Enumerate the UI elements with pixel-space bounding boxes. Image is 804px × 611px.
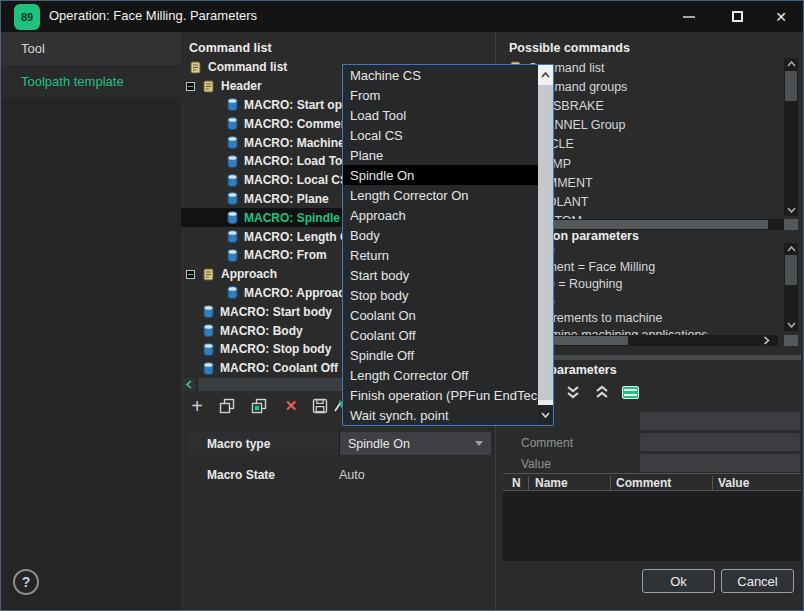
scroll-up-icon[interactable] <box>784 58 798 70</box>
comment-field[interactable] <box>640 433 800 451</box>
ok-button[interactable]: Ok <box>642 569 715 593</box>
macro-icon <box>227 286 238 299</box>
parameters-table-header: N Name Comment Value <box>503 473 801 491</box>
column-header-name[interactable]: Name <box>535 476 568 490</box>
menu-item-plane[interactable]: Plane <box>343 145 539 165</box>
value-field-label: Value <box>521 457 551 471</box>
scroll-down-icon[interactable] <box>784 319 798 331</box>
title-bar: 89 Operation: Face Milling. Parameters ✕ <box>1 1 804 32</box>
column-separator[interactable] <box>610 476 611 490</box>
collapse-icon[interactable] <box>186 270 195 279</box>
collapse-all-icon[interactable] <box>564 384 582 400</box>
tree-item-label: MACRO: From <box>244 248 327 262</box>
column-header-n[interactable]: N <box>512 476 521 490</box>
dropdown-items: Machine CS From Load Tool Local CS Plane… <box>343 65 539 425</box>
comment-field-label: Comment <box>521 436 573 450</box>
help-button[interactable]: ? <box>13 569 39 595</box>
tree-item-label: MACRO: Start body <box>220 305 332 319</box>
macro-icon <box>227 249 238 262</box>
menu-item-length-corrector-off[interactable]: Length Corrector Off <box>343 365 539 385</box>
menu-item-coolant-on[interactable]: Coolant On <box>343 305 539 325</box>
minimize-icon <box>683 16 695 18</box>
scroll-up-icon[interactable] <box>784 243 798 255</box>
cancel-button[interactable]: Cancel <box>721 569 794 593</box>
add-icon[interactable]: + <box>187 396 207 416</box>
scroll-right-icon[interactable] <box>763 335 770 346</box>
column-header-value[interactable]: Value <box>718 476 749 490</box>
parameters-table-body[interactable] <box>503 491 801 561</box>
macro-type-value: Spindle On <box>348 437 410 451</box>
menu-item-finish-operation[interactable]: Finish operation (PPFun EndTech... <box>343 385 539 405</box>
operation-parameters-scrollbar[interactable] <box>784 243 798 331</box>
maximize-button[interactable] <box>717 1 757 32</box>
menu-item-coolant-off[interactable]: Coolant Off <box>343 325 539 345</box>
menu-item-start-body[interactable]: Start body <box>343 265 539 285</box>
save-icon[interactable] <box>312 396 328 416</box>
macro-state-label: Macro State <box>187 468 339 482</box>
sidebar-item-toolpath-template[interactable]: Toolpath template <box>1 65 181 98</box>
tag-icon <box>202 268 215 281</box>
menu-item-spindle-off[interactable]: Spindle Off <box>343 345 539 365</box>
close-icon: ✕ <box>775 9 787 25</box>
scrollbar-corner <box>784 219 798 230</box>
maximize-icon <box>732 11 743 22</box>
column-separator[interactable] <box>712 476 713 490</box>
menu-item-spindle-on[interactable]: Spindle On <box>343 165 539 185</box>
column-header-comment[interactable]: Comment <box>616 476 671 490</box>
tag-icon <box>202 80 215 93</box>
menu-item-load-tool[interactable]: Load Tool <box>343 105 539 125</box>
delete-icon[interactable]: ✕ <box>281 396 301 416</box>
tree-item-label: Header <box>221 79 262 93</box>
macro-icon <box>227 230 238 243</box>
minimize-button[interactable] <box>669 1 709 32</box>
menu-item-wait-synch-point[interactable]: Wait synch. point <box>343 405 539 425</box>
macro-type-combobox[interactable]: Spindle On <box>339 432 491 455</box>
column-separator[interactable] <box>528 476 529 490</box>
tree-item-label: MACRO: Load Tool <box>244 154 353 168</box>
chevron-down-icon <box>475 441 483 446</box>
scroll-left-icon[interactable] <box>181 378 196 391</box>
collapse-icon[interactable] <box>186 82 195 91</box>
macro-icon <box>227 174 238 187</box>
tree-item-label: MACRO: Plane <box>244 192 329 206</box>
tree-item-label: MACRO: Coolant Off <box>220 361 338 375</box>
expand-all-icon[interactable] <box>593 384 611 400</box>
menu-item-length-corrector-on[interactable]: Length Corrector On <box>343 185 539 205</box>
macro-type-row: Macro type Spindle On <box>187 432 491 455</box>
scroll-down-icon[interactable] <box>784 204 798 216</box>
fit-rows-icon[interactable] <box>620 384 640 400</box>
tree-item-label: MACRO: Stop body <box>220 342 331 356</box>
macro-icon <box>203 343 214 356</box>
macro-icon <box>203 362 214 375</box>
tree-item-label: MACRO: Local CS <box>244 173 348 187</box>
dropdown-scrollbar[interactable] <box>538 65 553 425</box>
menu-item-stop-body[interactable]: Stop body <box>343 285 539 305</box>
possible-commands-scrollbar[interactable] <box>784 58 798 216</box>
macro-state-value[interactable]: Auto <box>339 468 365 482</box>
menu-item-local-cs[interactable]: Local CS <box>343 125 539 145</box>
scrollbar-thumb[interactable] <box>785 255 797 285</box>
possible-commands-title: Possible commands <box>509 41 630 55</box>
name-field[interactable] <box>640 412 800 430</box>
scrollbar-thumb[interactable] <box>785 71 797 101</box>
macro-icon <box>203 324 214 337</box>
value-field[interactable] <box>640 454 800 472</box>
close-button[interactable]: ✕ <box>761 1 801 32</box>
sidebar-item-tool[interactable]: Tool <box>1 32 181 65</box>
scroll-down-icon[interactable] <box>538 405 553 425</box>
menu-item-machine-cs[interactable]: Machine CS <box>343 65 539 85</box>
copy-active-icon[interactable] <box>251 396 267 416</box>
macro-icon <box>227 211 238 224</box>
menu-item-from[interactable]: From <box>343 85 539 105</box>
macro-icon <box>227 192 238 205</box>
copy-icon[interactable] <box>219 396 235 416</box>
scrollbar-thumb[interactable] <box>538 85 553 400</box>
menu-item-approach[interactable]: Approach <box>343 205 539 225</box>
menu-item-body[interactable]: Body <box>343 225 539 245</box>
menu-item-return[interactable]: Return <box>343 245 539 265</box>
macro-icon <box>227 136 238 149</box>
macro-icon <box>227 98 238 111</box>
sidebar: Tool Toolpath template ? <box>1 32 181 611</box>
tag-icon <box>189 61 202 74</box>
scroll-up-icon[interactable] <box>538 65 553 85</box>
